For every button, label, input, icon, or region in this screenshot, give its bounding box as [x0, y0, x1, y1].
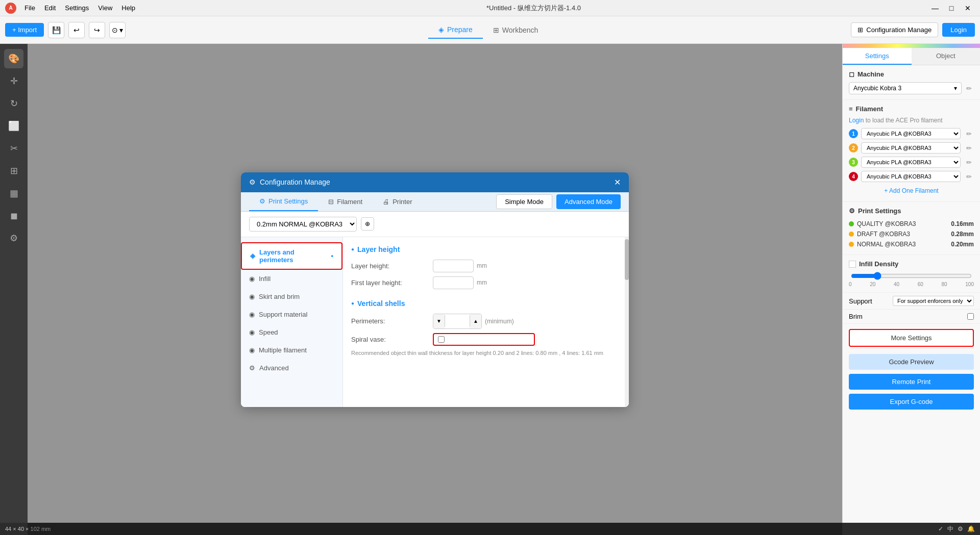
print-setting-normal[interactable]: NORMAL @KOBRA3 0.20mm [849, 239, 974, 249]
move-tool[interactable]: ✛ [4, 71, 23, 91]
more-settings-button[interactable]: More Settings [849, 329, 974, 347]
first-layer-input[interactable]: 0.24 [433, 276, 474, 289]
machine-select[interactable]: Anycubic Kobra 3 ▾ [849, 82, 962, 94]
perimeters-decrement[interactable]: ▼ [433, 314, 445, 328]
support-icon: ◉ [249, 311, 255, 318]
tab-workbench[interactable]: ⊞ Workbench [483, 22, 549, 38]
tab-prepare[interactable]: ◈ Prepare [428, 21, 483, 39]
tab-filament[interactable]: ⊟ Filament [318, 192, 373, 211]
maximize-button[interactable]: □ [944, 3, 959, 14]
menu-settings[interactable]: Settings [61, 3, 93, 13]
canvas-area[interactable]: 44 × 40 × 102 mm ⚙ Configuration Manage … [28, 44, 842, 535]
filament-login-link[interactable]: Login [849, 117, 864, 124]
sidebar-item-multiple[interactable]: ◉ Multiple filament [241, 341, 342, 359]
print-settings-section: ⚙ Print Settings QUALITY @KOBRA3 0.16mm … [843, 202, 980, 255]
print-setting-draft[interactable]: DRAFT @KOBRA3 0.28mm [849, 229, 974, 239]
advanced-icon: ⚙ [249, 364, 255, 372]
perimeters-increment[interactable]: ▲ [470, 314, 481, 328]
layer-height-row: Layer height: 0.2 mm [351, 260, 617, 272]
support-select[interactable]: For support enforcers only [893, 296, 974, 306]
cut-tool[interactable]: ✂ [4, 139, 23, 158]
menu-view[interactable]: View [94, 3, 116, 13]
filament-row-1: 1 Anycubic PLA @KOBRA3 ✏ [849, 128, 974, 139]
modal-body: ◈ Layers and perimeters • ◉ Infill ◉ Ski… [241, 237, 629, 407]
minimize-button[interactable]: — [928, 3, 942, 14]
export-gcode-button[interactable]: Export G-code [849, 394, 974, 410]
cube-tool[interactable]: ◼ [4, 206, 23, 225]
vertical-shells-title: Vertical shells [351, 299, 617, 308]
infill-checkbox[interactable] [849, 261, 856, 268]
arrange-tool[interactable]: ▦ [4, 184, 23, 203]
perimeters-input[interactable]: 2 [445, 315, 470, 327]
filament-edit-2[interactable]: ✏ [964, 143, 974, 153]
sidebar-item-layers[interactable]: ◈ Layers and perimeters • [241, 242, 342, 270]
modal-scrollbar[interactable] [625, 237, 629, 407]
filament-edit-4[interactable]: ✏ [964, 171, 974, 182]
app-title: *Untitled - 纵维立方切片器-1.4.0 [486, 4, 581, 13]
menu-file[interactable]: File [20, 3, 39, 13]
close-button[interactable]: ✕ [961, 3, 975, 14]
add-filament-button[interactable]: + Add One Filament [849, 185, 974, 196]
draft-value: 0.28mm [951, 231, 974, 238]
modal-close-button[interactable]: ✕ [614, 177, 621, 187]
multiple-icon: ◉ [249, 346, 255, 354]
paint-tool[interactable]: 🎨 [4, 49, 23, 68]
perimeters-stepper[interactable]: ▼ 2 ▲ [433, 314, 482, 329]
tab-settings[interactable]: Settings [843, 48, 912, 65]
draft-dot [849, 232, 854, 237]
simple-mode-button[interactable]: Simple Mode [496, 194, 552, 209]
sidebar-item-speed[interactable]: ◉ Speed [241, 323, 342, 341]
support-tool[interactable]: ⊞ [4, 161, 23, 181]
brim-row: Brim [843, 310, 980, 324]
settings-tool[interactable]: ⚙ [4, 228, 23, 248]
tab-print-settings[interactable]: ⚙ Print Settings [249, 192, 318, 211]
filament-edit-3[interactable]: ✏ [964, 157, 974, 167]
layer-height-input[interactable]: 0.2 [433, 260, 474, 272]
brim-checkbox[interactable] [967, 313, 974, 320]
import-button[interactable]: + Import [5, 23, 44, 37]
first-layer-row: First layer height: 0.24 mm [351, 276, 617, 289]
quality-dot [849, 221, 854, 226]
sidebar-item-infill[interactable]: ◉ Infill [241, 270, 342, 288]
machine-section: ◻ Machine Anycubic Kobra 3 ▾ ✏ [843, 65, 980, 100]
draft-name: DRAFT @KOBRA3 [857, 231, 948, 238]
machine-edit-button[interactable]: ✏ [964, 83, 974, 93]
workbench-icon: ⊞ [493, 26, 499, 34]
layers-icon: ◈ [250, 252, 255, 260]
filament-select-3[interactable]: Anycubic PLA @KOBRA3 [861, 157, 961, 168]
filament-select-1[interactable]: Anycubic PLA @KOBRA3 [861, 128, 961, 139]
remote-print-button[interactable]: Remote Print [849, 374, 974, 390]
tab-printer[interactable]: 🖨 Printer [373, 192, 422, 211]
config-manage-button[interactable]: ⊞ Configuration Manage [851, 22, 938, 37]
rotate-tool[interactable]: ↻ [4, 94, 23, 113]
menu-help[interactable]: Help [117, 3, 139, 13]
status-icon-1: ✓ [938, 525, 943, 532]
filament-num-4: 4 [849, 172, 858, 181]
spiral-vase-checkbox[interactable] [438, 336, 445, 343]
gcode-preview-button[interactable]: Gcode Preview [849, 354, 974, 370]
menu-edit[interactable]: Edit [40, 3, 60, 13]
login-button[interactable]: Login [942, 23, 975, 37]
copy-config-button[interactable]: ⊕ [361, 217, 374, 231]
redo-button[interactable]: ↪ [89, 22, 105, 38]
infill-slider[interactable] [851, 272, 972, 280]
spiral-vase-container[interactable] [433, 333, 535, 346]
filament-select-4[interactable]: Anycubic PLA @KOBRA3 [861, 171, 961, 182]
advanced-mode-button[interactable]: Advanced Mode [556, 194, 621, 209]
sidebar-item-advanced[interactable]: ⚙ Advanced [241, 359, 342, 377]
filament-row-4: 4 Anycubic PLA @KOBRA3 ✏ [849, 171, 974, 182]
tab-object[interactable]: Object [912, 48, 981, 65]
undo-button[interactable]: ↩ [68, 22, 85, 38]
sidebar-item-support[interactable]: ◉ Support material [241, 305, 342, 323]
filament-edit-1[interactable]: ✏ [964, 129, 974, 139]
config-preset-select[interactable]: 0.2mm NORMAL @KOBRA3 [249, 217, 357, 232]
print-settings-list: QUALITY @KOBRA3 0.16mm DRAFT @KOBRA3 0.2… [849, 219, 974, 249]
print-setting-quality[interactable]: QUALITY @KOBRA3 0.16mm [849, 219, 974, 229]
sidebar-item-skirt[interactable]: ◉ Skirt and brim [241, 288, 342, 305]
filament-num-1: 1 [849, 129, 858, 138]
save-button[interactable]: 💾 [48, 22, 64, 38]
filament-select-2[interactable]: Anycubic PLA @KOBRA3 [861, 142, 961, 154]
scale-tool[interactable]: ⬜ [4, 116, 23, 136]
orient-button[interactable]: ⊙ ▾ [109, 22, 126, 38]
filament-row-2: 2 Anycubic PLA @KOBRA3 ✏ [849, 142, 974, 154]
